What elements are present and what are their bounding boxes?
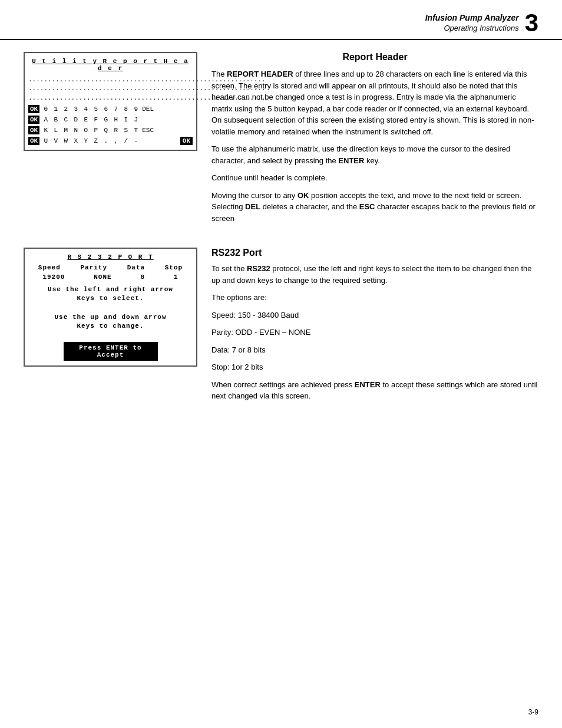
header-subtitle: Operating Instructions (425, 24, 519, 34)
report-header-screen: U t i l i t y R e p o r t H e a d e r ..… (24, 52, 197, 151)
matrix-ok-2: OK (28, 116, 39, 124)
rs232-value-speed: 19200 (42, 274, 65, 281)
page-number: 3-9 (528, 708, 538, 716)
matrix-chars-3: K L M N O P Q R S T ESC (42, 127, 154, 134)
rs232-value-data: 8 (140, 274, 145, 281)
rh-para-1: The REPORT HEADER of three lines and up … (211, 68, 538, 137)
matrix-ok-1: OK (28, 105, 39, 113)
dotted-line-1: ........................................… (28, 75, 193, 84)
rs232-instruction-2: Use the up and down arrow Keys to change… (28, 313, 193, 331)
report-header-screen-title: U t i l i t y R e p o r t H e a d e r (28, 58, 193, 72)
matrix-chars-4: U V W X Y Z . , / - (42, 137, 140, 144)
dotted-line-3: ........................................… (28, 94, 193, 103)
rs232-instruction-2-line1: Use the up and down arrow (28, 313, 193, 322)
rs232-text: RS232 Port To set the RS232 protocol, us… (211, 248, 538, 408)
rs232-instruction-1-line1: Use the left and right arrow (28, 285, 193, 294)
rs232-instruction-1: Use the left and right arrow Keys to sel… (28, 285, 193, 304)
rs232-enter-button[interactable]: Press ENTER to Accept (64, 342, 158, 361)
rs232-header-stop: Stop (165, 264, 183, 271)
rs232-header-parity: Parity (80, 264, 107, 271)
rs232-para-4: Parity: ODD - EVEN – NONE (211, 327, 538, 338)
rs232-heading: RS232 Port (211, 248, 538, 258)
report-header-paragraphs: The REPORT HEADER of three lines and up … (211, 68, 538, 224)
rs232-instruction-1-line2: Keys to select. (28, 294, 193, 303)
rs232-value-stop: 1 (174, 274, 178, 281)
matrix-row-1: OK 0 1 2 3 4 5 6 7 8 9 DEL (28, 105, 193, 113)
report-header-text: Report Header The REPORT HEADER of three… (211, 52, 538, 230)
rs232-section: R S 2 3 2 P O R T Speed Parity Data Stop… (24, 248, 538, 408)
page-content: U t i l i t y R e p o r t H e a d e r ..… (0, 40, 562, 443)
rs232-para-1: To set the RS232 protocol, use the left … (211, 263, 538, 286)
matrix-row-4: OK U V W X Y Z . , / - OK (28, 137, 193, 145)
rs232-screen-container: R S 2 3 2 P O R T Speed Parity Data Stop… (24, 248, 197, 408)
matrix-row-2: OK A B C D E F G H I J (28, 116, 193, 124)
rs232-header-speed: Speed (38, 264, 61, 271)
rh-para-2: To use the alphanumeric matrix, use the … (211, 143, 538, 166)
header-right: Infusion Pump Analyzer Operating Instruc… (425, 11, 538, 35)
rh-para-4: Moving the cursor to any OK position acc… (211, 190, 538, 225)
rs232-instruction-2-line2: Keys to change. (28, 322, 193, 331)
rs232-screen: R S 2 3 2 P O R T Speed Parity Data Stop… (24, 248, 197, 367)
header-title-block: Infusion Pump Analyzer Operating Instruc… (425, 12, 519, 33)
report-header-section: U t i l i t y R e p o r t H e a d e r ..… (24, 52, 538, 230)
matrix-chars-2: A B C D E F G H I J (42, 116, 140, 123)
matrix-ok-3: OK (28, 126, 39, 134)
header-title: Infusion Pump Analyzer (425, 12, 519, 23)
rs232-para-5: Data: 7 or 8 bits (211, 344, 538, 356)
rs232-para-7: When correct settings are achieved press… (211, 379, 538, 402)
rs232-col-headers: Speed Parity Data Stop (28, 264, 193, 271)
page-header: Infusion Pump Analyzer Operating Instruc… (0, 0, 562, 40)
matrix-row-3: OK K L M N O P Q R S T ESC (28, 126, 193, 134)
report-header-heading: Report Header (211, 52, 538, 62)
matrix-ok-right: OK (180, 137, 193, 145)
rs232-value-parity: NONE (94, 274, 111, 281)
rs232-para-2: The options are: (211, 292, 538, 304)
matrix-chars-1: 0 1 2 3 4 5 6 7 8 9 DEL (42, 106, 154, 113)
rs232-para-3: Speed: 150 - 38400 Baud (211, 309, 538, 321)
report-header-screen-container: U t i l i t y R e p o r t H e a d e r ..… (24, 52, 197, 230)
rs232-screen-title: R S 2 3 2 P O R T (28, 253, 193, 261)
rs232-para-6: Stop: 1or 2 bits (211, 361, 538, 373)
rs232-paragraphs: To set the RS232 protocol, use the left … (211, 263, 538, 402)
rs232-header-data: Data (127, 264, 145, 271)
matrix-ok-4: OK (28, 137, 39, 145)
dotted-line-2: ........................................… (28, 84, 193, 93)
page-footer: 3-9 (528, 708, 538, 716)
rh-para-3: Continue until header is complete. (211, 172, 538, 184)
header-number: 3 (525, 11, 538, 35)
rs232-col-values: 19200 NONE 8 1 (28, 274, 193, 281)
